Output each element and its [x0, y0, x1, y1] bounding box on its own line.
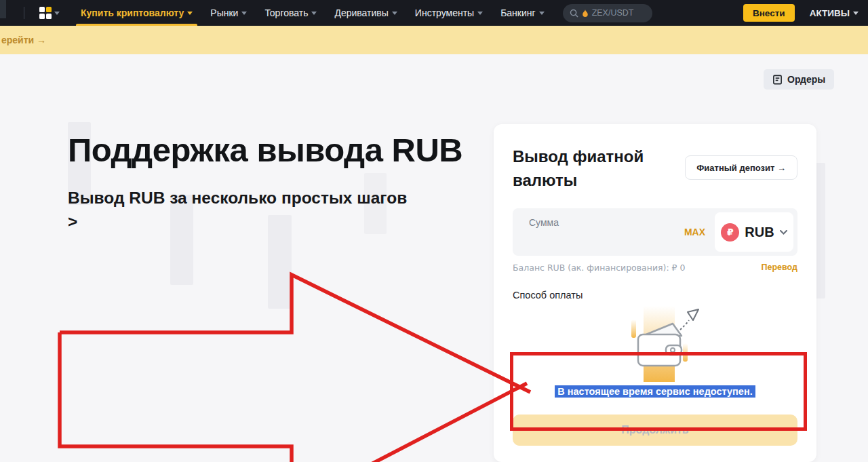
balance-text: Баланс RUB (ак. финансирования): ₽ 0: [513, 263, 686, 273]
page-subtitle: Вывод RUB за несколько простых шагов >: [68, 186, 488, 233]
card-header: Вывод фиатной валюты Фиатный депозит →: [513, 145, 797, 192]
hero-section: Поддержка вывода RUB Вывод RUB за нескол…: [68, 129, 488, 233]
chevron-down-icon: [311, 12, 317, 15]
page-content: Ордеры Поддержка вывода RUB Вывод RUB за…: [0, 54, 868, 462]
nav-item-banking[interactable]: Банкинг: [492, 0, 553, 26]
order-list-icon: [772, 75, 783, 85]
nav-item-tools[interactable]: Инструменты: [406, 0, 492, 26]
search-box[interactable]: ZEX/USDT: [563, 4, 652, 22]
wallet-withdraw-icon: [604, 306, 706, 383]
nav-item-markets[interactable]: Рынки: [201, 0, 256, 26]
ruble-icon: ₽: [721, 223, 739, 242]
continue-button[interactable]: Продолжить: [513, 415, 797, 446]
currency-code: RUB: [745, 225, 774, 240]
payment-method-label: Способ оплаты: [513, 290, 797, 301]
app-logo-icon[interactable]: [39, 7, 60, 19]
search-icon: [570, 9, 578, 18]
nav-item-derivatives[interactable]: Деривативы: [326, 0, 406, 26]
chevron-down-icon: [539, 12, 545, 15]
fiat-deposit-button[interactable]: Фиатный депозит →: [685, 155, 797, 180]
chevron-down-icon: [241, 12, 247, 15]
assets-menu[interactable]: АКТИВЫ: [810, 8, 859, 18]
subtitle-arrow: >: [68, 210, 488, 233]
balance-row: Баланс RUB (ак. финансирования): ₽ 0 Пер…: [513, 263, 797, 273]
grid-icon: [39, 7, 52, 19]
service-message-row: В настоящее время сервис недоступен.: [513, 385, 797, 400]
chevron-down-icon: [477, 12, 483, 15]
chevron-down-icon: [780, 230, 787, 235]
chevron-down-icon: [187, 12, 193, 15]
page-title: Поддержка вывода RUB: [68, 129, 488, 171]
chevron-down-icon: [853, 12, 859, 15]
nav-divider: [24, 7, 24, 19]
orders-button[interactable]: Ордеры: [764, 69, 834, 90]
chevron-down-icon: [392, 12, 397, 15]
search-input[interactable]: ZEX/USDT: [592, 8, 634, 18]
currency-selector[interactable]: ₽ RUB: [715, 212, 793, 252]
top-nav: Купить криптовалюту Рынки Торговать Дери…: [0, 0, 868, 26]
deposit-button[interactable]: Внести: [743, 4, 795, 22]
amount-controls: MAX ₽ RUB: [684, 212, 793, 252]
main-menu: Купить криптовалюту Рынки Торговать Дери…: [72, 0, 553, 26]
wallet-illustration: [513, 306, 797, 383]
chevron-down-icon: [54, 12, 60, 15]
flame-icon: [582, 9, 589, 18]
transfer-link[interactable]: Перевод: [762, 263, 797, 273]
nav-item-buy-crypto[interactable]: Купить криптовалюту: [72, 0, 201, 26]
nav-item-trade[interactable]: Торговать: [256, 0, 326, 26]
promo-banner[interactable]: ерейти →: [0, 26, 868, 54]
promo-banner-link[interactable]: ерейти →: [1, 35, 46, 45]
amount-input[interactable]: Сумма MAX ₽ RUB: [513, 208, 797, 256]
corner-fragment: [0, 0, 6, 18]
service-unavailable-message: В настоящее время сервис недоступен.: [555, 385, 755, 398]
max-button[interactable]: MAX: [684, 227, 705, 237]
amount-placeholder: Сумма: [529, 217, 559, 228]
withdraw-card: Вывод фиатной валюты Фиатный депозит → С…: [494, 124, 816, 462]
card-title: Вывод фиатной валюты: [513, 145, 672, 192]
